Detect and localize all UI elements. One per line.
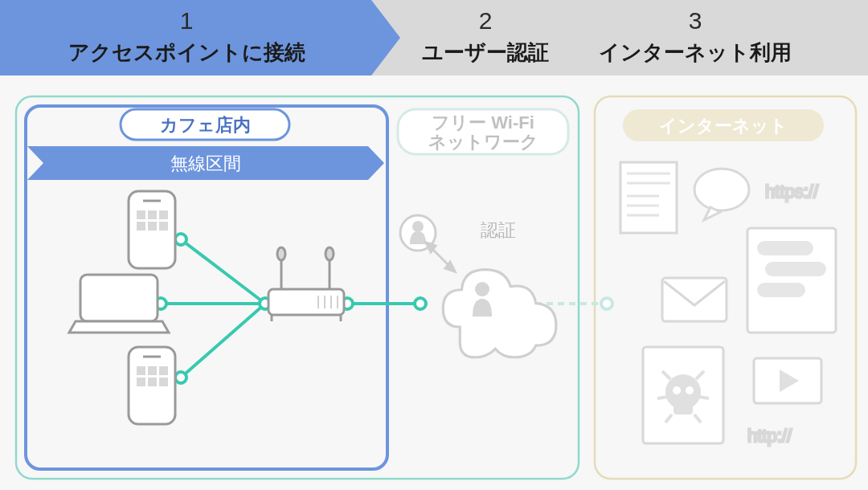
video-icon (754, 358, 821, 403)
svg-line-66 (657, 397, 667, 398)
https-label: https:// (765, 182, 819, 202)
svg-point-10 (415, 298, 426, 309)
svg-rect-17 (159, 210, 168, 219)
svg-point-32 (277, 247, 285, 260)
svg-rect-56 (765, 262, 826, 276)
svg-rect-25 (148, 366, 157, 375)
speech-bubble-icon (694, 169, 749, 220)
wireless-label: 無線区間 (170, 153, 241, 174)
svg-rect-55 (757, 241, 813, 255)
envelope-icon (662, 278, 727, 321)
auth-label: 認証 (481, 220, 516, 240)
svg-rect-26 (159, 366, 168, 375)
svg-line-2 (181, 304, 265, 378)
smartphone-icon-2 (129, 347, 175, 424)
svg-point-5 (175, 234, 186, 245)
svg-rect-24 (137, 366, 145, 375)
double-arrow-icon (426, 243, 455, 272)
svg-rect-27 (137, 378, 145, 386)
svg-rect-19 (148, 222, 157, 231)
svg-rect-29 (159, 378, 168, 386)
document-icon (620, 162, 677, 233)
step-1-label: アクセスポイントに接続 (68, 40, 305, 64)
router-icon (268, 247, 344, 321)
svg-rect-16 (148, 210, 157, 219)
svg-rect-15 (137, 210, 145, 219)
svg-rect-57 (757, 283, 805, 297)
svg-point-33 (326, 247, 334, 260)
svg-rect-58 (662, 278, 727, 321)
svg-point-62 (673, 386, 681, 394)
svg-rect-28 (148, 378, 157, 386)
step-3-label: インターネット利用 (599, 40, 792, 64)
smartphone-icon (129, 191, 175, 268)
wifi-net-label-1: フリー Wi-Fi (432, 112, 534, 133)
chat-card-icon (747, 228, 836, 333)
cafe-label: カフェ店内 (160, 115, 251, 135)
step-1-number: 1 (180, 7, 194, 34)
svg-line-67 (699, 397, 709, 398)
laptop-icon (69, 275, 169, 333)
wifi-net-label-2: ネットワーク (428, 132, 538, 152)
svg-rect-20 (159, 222, 168, 231)
svg-rect-61 (674, 403, 693, 414)
svg-point-7 (175, 372, 186, 383)
malware-icon (643, 347, 723, 443)
svg-point-41 (475, 282, 489, 296)
svg-rect-21 (80, 275, 158, 321)
step-2-number: 2 (479, 7, 493, 34)
svg-rect-18 (137, 222, 145, 231)
svg-point-63 (686, 386, 694, 394)
internet-content-icons: https:// (620, 162, 836, 446)
svg-point-43 (412, 221, 424, 232)
auth-cloud-icon (443, 270, 556, 357)
svg-point-53 (694, 169, 749, 210)
svg-point-12 (601, 298, 612, 309)
svg-rect-34 (268, 289, 344, 315)
svg-line-0 (181, 239, 265, 304)
internet-label: インターネット (659, 116, 788, 136)
http-label: http:// (747, 426, 792, 446)
step-3-number: 3 (689, 7, 702, 34)
step-2-label: ユーザー認証 (422, 40, 549, 64)
